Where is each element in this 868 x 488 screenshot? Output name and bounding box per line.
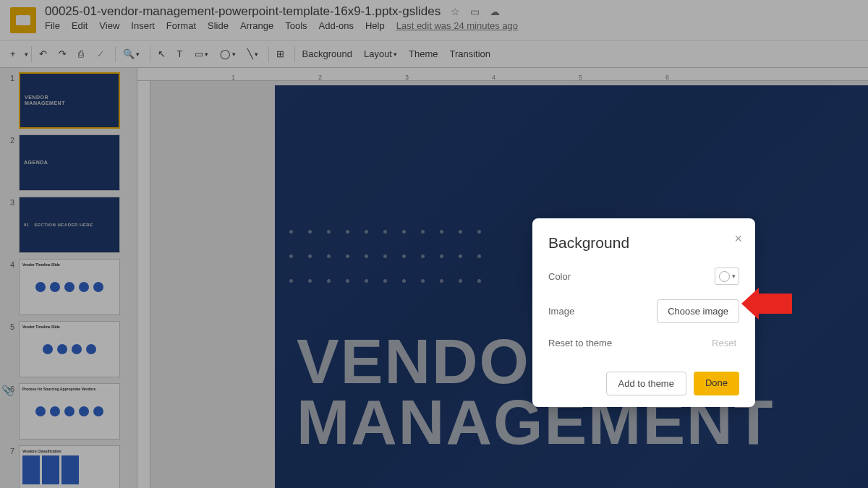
slide-thumbnail-4[interactable]: Vendor Timeline Slide [19, 259, 120, 315]
background-button[interactable]: Background [298, 46, 357, 62]
thumb-num: 5 [4, 321, 14, 331]
slide-panel[interactable]: 1 VENDOR MANAGEMENT 2 AGENDA 3 01 SECTIO… [0, 68, 137, 488]
move-icon[interactable]: ▭ [470, 6, 480, 17]
menu-addons[interactable]: Add-ons [319, 20, 354, 31]
attachment-icon: 📎 [1, 385, 14, 396]
horizontal-ruler: 1 2 3 4 5 6 [137, 68, 868, 81]
reset-button[interactable]: Reset [712, 338, 739, 348]
slides-logo [10, 7, 36, 33]
menu-file[interactable]: File [45, 20, 60, 31]
reset-label: Reset to theme [548, 338, 612, 348]
menu-format[interactable]: Format [166, 20, 196, 31]
transition-button[interactable]: Transition [445, 46, 495, 62]
new-slide-button[interactable]: + [6, 46, 20, 62]
image-tool[interactable]: ▭▾ [190, 46, 213, 62]
line-tool[interactable]: ╲▾ [243, 46, 263, 62]
menu-slide[interactable]: Slide [208, 20, 229, 31]
color-label: Color [548, 271, 571, 282]
theme-button[interactable]: Theme [404, 46, 442, 62]
annotation-arrow [757, 294, 792, 314]
menu-bar: File Edit View Insert Format Slide Arran… [45, 20, 858, 31]
decorative-dots [289, 230, 488, 295]
slide-thumbnail-1[interactable]: VENDOR MANAGEMENT [19, 72, 120, 129]
cloud-icon[interactable]: ☁ [490, 6, 500, 17]
zoom-button[interactable]: 🔍▾ [119, 46, 144, 62]
paint-format-button[interactable]: ⟋ [91, 46, 109, 62]
toolbar: +▾ ↶ ↷ ⎙ ⟋ 🔍▾ ↖ T ▭▾ ◯▾ ╲▾ ⊞ Background … [0, 40, 868, 68]
image-label: Image [548, 306, 574, 317]
menu-arrange[interactable]: Arrange [240, 20, 273, 31]
redo-button[interactable]: ↷ [54, 46, 71, 62]
app-header: 00025-01-vendor-management-powerpoint-te… [0, 0, 868, 40]
menu-edit[interactable]: Edit [72, 20, 88, 31]
canvas-area: 1 2 3 4 5 6 VENDOR MANAGEMENT [137, 68, 868, 488]
thumb-num: 3 [4, 197, 14, 207]
thumb-num: 7 [4, 445, 14, 455]
doc-title-row: 00025-01-vendor-management-powerpoint-te… [45, 4, 858, 19]
color-picker-button[interactable]: ▾ [715, 267, 739, 285]
menu-view[interactable]: View [99, 20, 119, 31]
slide-thumbnail-7[interactable]: Vendors Classification [19, 445, 120, 488]
last-edit-link[interactable]: Last edit was 24 minutes ago [396, 20, 518, 31]
slide-thumbnail-6[interactable]: Process for Sourcing Appropriate Vendors [19, 383, 120, 440]
shape-tool[interactable]: ◯▾ [216, 46, 240, 62]
add-to-theme-button[interactable]: Add to theme [606, 372, 686, 395]
background-dialog: Background × Color ▾ Image Choose image … [532, 218, 755, 407]
layout-button[interactable]: Layout▾ [359, 46, 401, 62]
vertical-ruler [137, 81, 150, 488]
slide-thumbnail-2[interactable]: AGENDA [19, 134, 120, 191]
comment-button[interactable]: ⊞ [272, 46, 289, 62]
done-button[interactable]: Done [694, 372, 739, 395]
dialog-title: Background [548, 234, 739, 252]
slide-thumbnail-5[interactable]: Vendor Timeline Slide [19, 321, 120, 377]
thumb-num: 2 [4, 134, 14, 145]
star-icon[interactable]: ☆ [451, 6, 460, 17]
menu-tools[interactable]: Tools [285, 20, 307, 31]
doc-title[interactable]: 00025-01-vendor-management-powerpoint-te… [45, 4, 441, 19]
menu-help[interactable]: Help [365, 20, 385, 31]
slide-thumbnail-3[interactable]: 01 SECTION HEADER HERE [19, 197, 120, 253]
menu-insert[interactable]: Insert [131, 20, 155, 31]
choose-image-button[interactable]: Choose image [657, 299, 739, 323]
textbox-tool[interactable]: T [173, 46, 187, 62]
thumb-num: 4 [4, 259, 14, 269]
select-tool[interactable]: ↖ [153, 46, 170, 62]
undo-button[interactable]: ↶ [35, 46, 51, 62]
close-icon[interactable]: × [734, 231, 742, 247]
new-slide-dropdown-icon[interactable]: ▾ [25, 51, 28, 58]
print-button[interactable]: ⎙ [74, 46, 88, 62]
thumb-num: 1 [4, 72, 14, 82]
